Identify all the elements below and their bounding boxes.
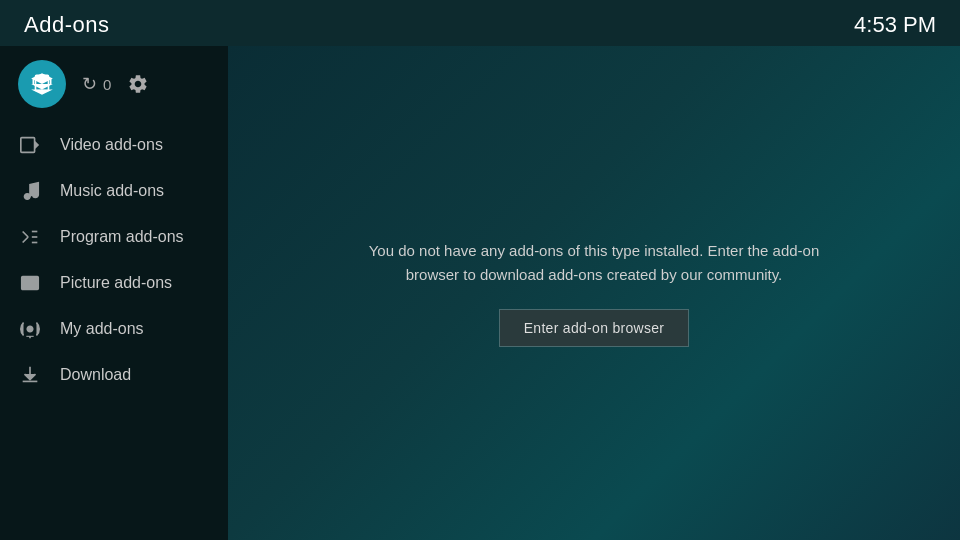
page-title: Add-ons [24, 12, 109, 38]
music-icon [18, 179, 42, 203]
program-icon [18, 225, 42, 249]
sidebar-item-picture-label: Picture add-ons [60, 274, 172, 292]
sidebar-item-music-label: Music add-ons [60, 182, 164, 200]
sidebar-item-program[interactable]: Program add-ons [0, 214, 228, 260]
my-addons-icon [18, 317, 42, 341]
sidebar-item-program-label: Program add-ons [60, 228, 184, 246]
svg-line-5 [23, 232, 29, 238]
sidebar-top-bar: ↻ 0 [0, 54, 228, 122]
enter-addon-browser-button[interactable]: Enter add-on browser [499, 309, 690, 347]
picture-icon [18, 271, 42, 295]
sidebar-item-download-label: Download [60, 366, 131, 384]
sidebar-item-video[interactable]: Video add-ons [0, 122, 228, 168]
gear-icon [127, 73, 149, 95]
video-icon [18, 133, 42, 157]
box-icon [29, 71, 55, 97]
addon-icon-button[interactable] [18, 60, 66, 108]
sidebar-item-music[interactable]: Music add-ons [0, 168, 228, 214]
refresh-icon: ↻ [82, 75, 97, 93]
sidebar-item-my-addons[interactable]: My add-ons [0, 306, 228, 352]
sidebar-item-download[interactable]: Download [0, 352, 228, 398]
sidebar-item-video-label: Video add-ons [60, 136, 163, 154]
svg-point-12 [27, 326, 33, 332]
clock: 4:53 PM [854, 12, 936, 38]
main-layout: ↻ 0 Video add-ons Music add-ons [0, 46, 960, 540]
svg-rect-1 [21, 138, 35, 153]
sidebar-item-picture[interactable]: Picture add-ons [0, 260, 228, 306]
svg-point-3 [25, 194, 31, 200]
download-icon [18, 363, 42, 387]
sidebar: ↻ 0 Video add-ons Music add-ons [0, 46, 228, 540]
refresh-area[interactable]: ↻ 0 [82, 75, 111, 93]
sidebar-item-my-addons-label: My add-ons [60, 320, 144, 338]
settings-button[interactable] [127, 73, 149, 95]
svg-line-6 [23, 237, 29, 243]
refresh-count: 0 [103, 76, 111, 93]
svg-marker-2 [35, 140, 40, 149]
no-addons-message: You do not have any add-ons of this type… [354, 239, 834, 287]
header: Add-ons 4:53 PM [0, 0, 960, 46]
content-message-container: You do not have any add-ons of this type… [334, 219, 854, 367]
content-area: You do not have any add-ons of this type… [228, 46, 960, 540]
